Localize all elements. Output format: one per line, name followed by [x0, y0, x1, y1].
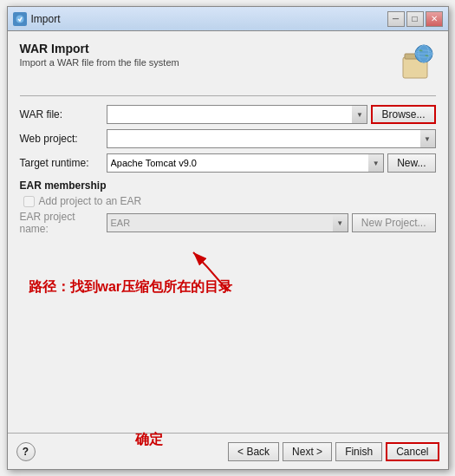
new-project-button[interactable]: New Project...	[352, 213, 436, 232]
section-header: WAR Import Import a WAR file from the fi…	[20, 42, 436, 83]
title-buttons: ─ □ ✕	[387, 11, 443, 27]
web-project-dropdown: ▼	[107, 129, 436, 148]
window-title: Import	[31, 13, 61, 25]
title-icon	[13, 12, 27, 26]
add-to-ear-row: Add project to an EAR	[20, 195, 436, 207]
header-text: WAR Import Import a WAR file from the fi…	[20, 42, 179, 68]
target-runtime-select[interactable]: Apache Tomcat v9.0	[107, 153, 385, 173]
minimize-button[interactable]: ─	[387, 11, 405, 27]
add-to-ear-checkbox[interactable]	[23, 196, 35, 207]
web-project-input-wrap: ▼	[107, 129, 436, 148]
ear-project-name-label: EAR project name:	[20, 211, 107, 235]
section-title: WAR Import	[20, 42, 179, 55]
finish-button[interactable]: Finish	[335, 442, 382, 461]
dialog-content: WAR Import Import a WAR file from the fi…	[8, 31, 448, 433]
import-dialog: Import ─ □ ✕ WAR Import Import a WAR fil…	[7, 6, 449, 470]
ear-project-name-dropdown: ▼	[107, 213, 348, 232]
war-file-dropdown: ▼	[107, 105, 368, 124]
war-file-row: WAR file: ▼ Browse...	[20, 105, 436, 124]
section-subtitle: Import a WAR file from the file system	[20, 57, 179, 68]
web-project-label: Web project:	[20, 133, 107, 145]
new-runtime-button[interactable]: New...	[387, 153, 435, 173]
cancel-button[interactable]: Cancel	[386, 442, 439, 461]
web-project-input[interactable]	[107, 129, 436, 148]
target-runtime-input-wrap: Apache Tomcat v9.0 ▼ New...	[107, 153, 436, 173]
add-to-ear-label: Add project to an EAR	[39, 195, 142, 207]
target-runtime-dropdown: Apache Tomcat v9.0 ▼	[107, 153, 385, 173]
ear-project-name-input[interactable]	[107, 213, 348, 232]
restore-button[interactable]: □	[406, 11, 424, 27]
war-file-label: WAR file:	[20, 108, 107, 121]
target-runtime-label: Target runtime:	[20, 157, 107, 169]
dialog-footer: ? 确定 < Back Next > Finish Cancel	[8, 433, 448, 469]
ear-project-name-row: EAR project name: ▼ New Project...	[20, 211, 436, 235]
annotation-area: 路径：找到war压缩包所在的目录	[20, 244, 436, 422]
web-project-row: Web project: ▼	[20, 129, 436, 148]
title-bar: Import ─ □ ✕	[8, 7, 448, 31]
browse-button[interactable]: Browse...	[371, 105, 435, 124]
next-button[interactable]: Next >	[283, 442, 332, 461]
ear-project-name-input-wrap: ▼ New Project...	[107, 213, 436, 232]
target-runtime-row: Target runtime: Apache Tomcat v9.0 ▼ New…	[20, 153, 436, 173]
war-file-input[interactable]	[107, 105, 368, 124]
close-button[interactable]: ✕	[426, 11, 443, 27]
annotation-arrow	[176, 244, 245, 296]
footer-right: < Back Next > Finish Cancel	[228, 442, 439, 461]
divider	[20, 95, 436, 96]
footer-left: ?	[16, 442, 36, 461]
war-file-input-wrap: ▼ Browse...	[107, 105, 436, 124]
ear-title: EAR membership	[20, 179, 436, 192]
confirm-annotation: 确定	[135, 431, 163, 449]
wizard-icon	[394, 42, 436, 83]
back-button[interactable]: < Back	[228, 442, 279, 461]
ear-section: EAR membership Add project to an EAR EAR…	[20, 179, 436, 240]
svg-point-0	[16, 15, 24, 23]
title-bar-left: Import	[13, 12, 61, 26]
help-button[interactable]: ?	[16, 442, 36, 461]
